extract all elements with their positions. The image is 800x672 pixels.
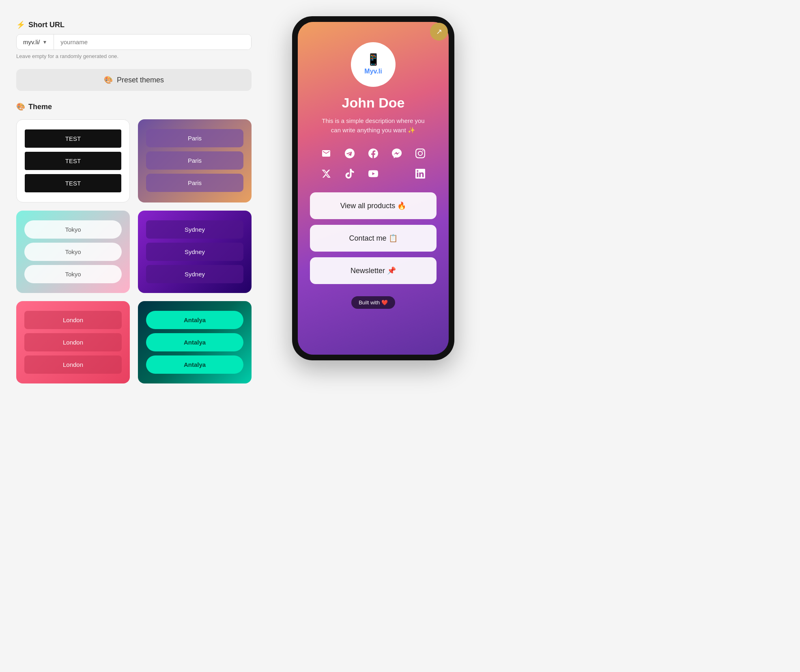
phone-wrapper: ↗ 📱 Myv.li John Doe This is a simple des… (292, 16, 454, 360)
logo-text: Myv.li (364, 68, 382, 75)
theme-btn-paris-2[interactable]: Paris (146, 151, 243, 170)
domain-select[interactable]: myv.li/ ▼ (17, 34, 54, 50)
theme-btn-sydney-3[interactable]: Sydney (146, 265, 243, 283)
theme-card-london[interactable]: London London London (16, 301, 130, 383)
lightning-icon: ⚡ (16, 20, 25, 29)
theme-btn-london-2[interactable]: London (24, 333, 122, 351)
telegram-icon[interactable] (342, 146, 357, 161)
theme-palette-icon: 🎨 (16, 102, 25, 111)
theme-btn-london-1[interactable]: London (24, 311, 122, 329)
soundcloud-icon[interactable] (389, 166, 404, 181)
share-icon: ↗ (436, 27, 442, 36)
theme-card-sydney[interactable]: Sydney Sydney Sydney (138, 211, 252, 293)
avatar: 📱 Myv.li (351, 42, 396, 87)
theme-section-title: 🎨 Theme (16, 102, 252, 111)
right-panel: ↗ 📱 Myv.li John Doe This is a simple des… (280, 12, 467, 360)
x-twitter-icon[interactable] (319, 166, 333, 181)
theme-btn-antalya-1[interactable]: Antalya (146, 311, 243, 329)
short-url-title: ⚡ Short URL (16, 20, 252, 29)
email-icon[interactable] (319, 146, 333, 161)
share-button[interactable]: ↗ (430, 23, 448, 41)
theme-btn-antalya-2[interactable]: Antalya (146, 333, 243, 351)
url-input[interactable] (54, 34, 251, 50)
social-icons-row-1 (319, 146, 428, 161)
phone-frame: 📱 Myv.li John Doe This is a simple descr… (292, 16, 454, 360)
user-name: John Doe (342, 95, 405, 111)
palette-icon: 🎨 (104, 75, 113, 84)
facebook-icon[interactable] (366, 146, 381, 161)
theme-card-paris[interactable]: Paris Paris Paris (138, 119, 252, 202)
short-url-section: ⚡ Short URL myv.li/ ▼ Leave empty for a … (16, 20, 252, 59)
theme-section: 🎨 Theme TEST TEST TEST Paris Paris Paris… (16, 102, 252, 383)
instagram-icon[interactable] (413, 146, 428, 161)
phone-buttons: View all products 🔥 Contact me 📋 Newslet… (310, 192, 437, 284)
contact-me-button[interactable]: Contact me 📋 (310, 225, 437, 252)
tiktok-icon[interactable] (342, 166, 357, 181)
theme-btn-paris-3[interactable]: Paris (146, 174, 243, 192)
theme-btn-tokyo-2[interactable]: Tokyo (24, 243, 122, 261)
linkedin-icon[interactable] (413, 166, 428, 181)
newsletter-button[interactable]: Newsletter 📌 (310, 257, 437, 284)
phone-screen: 📱 Myv.li John Doe This is a simple descr… (298, 22, 449, 355)
theme-card-antalya[interactable]: Antalya Antalya Antalya (138, 301, 252, 383)
theme-card-tokyo[interactable]: Tokyo Tokyo Tokyo (16, 211, 130, 293)
domain-value: myv.li/ (23, 39, 40, 45)
theme-btn-sydney-2[interactable]: Sydney (146, 243, 243, 261)
user-description: This is a simple description where you c… (316, 116, 430, 135)
preset-themes-button[interactable]: 🎨 Preset themes (16, 69, 252, 91)
messenger-icon[interactable] (389, 146, 404, 161)
social-icons-row-2 (319, 166, 428, 181)
theme-card-default[interactable]: TEST TEST TEST (16, 119, 130, 202)
theme-btn-antalya-3[interactable]: Antalya (146, 355, 243, 374)
view-products-button[interactable]: View all products 🔥 (310, 192, 437, 219)
themes-grid: TEST TEST TEST Paris Paris Paris Tokyo T… (16, 119, 252, 383)
url-input-row: myv.li/ ▼ (16, 34, 252, 50)
chevron-down-icon: ▼ (42, 39, 47, 45)
theme-btn-tokyo-3[interactable]: Tokyo (24, 265, 122, 283)
theme-btn-paris-1[interactable]: Paris (146, 129, 243, 147)
theme-btn-london-3[interactable]: London (24, 355, 122, 374)
left-panel: ⚡ Short URL myv.li/ ▼ Leave empty for a … (12, 12, 256, 392)
theme-btn-default-3[interactable]: TEST (25, 174, 121, 192)
built-with-badge: Built with ❤️ (351, 296, 395, 309)
phone-device-icon: 📱 (364, 54, 382, 65)
theme-btn-sydney-1[interactable]: Sydney (146, 220, 243, 239)
url-hint: Leave empty for a randomly generated one… (16, 53, 252, 59)
theme-btn-default-2[interactable]: TEST (25, 152, 121, 170)
youtube-icon[interactable] (366, 166, 381, 181)
theme-btn-default-1[interactable]: TEST (25, 129, 121, 148)
theme-btn-tokyo-1[interactable]: Tokyo (24, 220, 122, 239)
